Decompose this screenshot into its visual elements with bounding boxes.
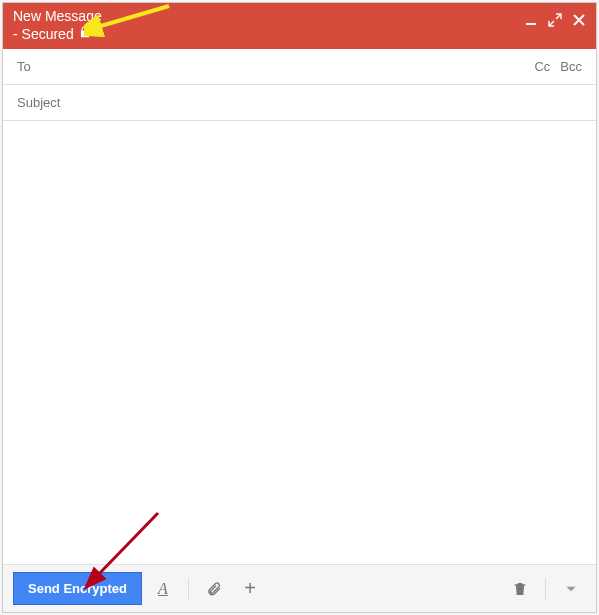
subject-row[interactable] bbox=[3, 85, 596, 121]
header-title: New Message bbox=[13, 7, 524, 25]
close-button[interactable] bbox=[572, 13, 586, 27]
to-label: To bbox=[17, 59, 77, 74]
compose-footer: Send Encrypted A + bbox=[3, 564, 596, 612]
expand-button[interactable] bbox=[548, 13, 562, 27]
cc-toggle[interactable]: Cc bbox=[534, 59, 550, 74]
minimize-button[interactable] bbox=[524, 13, 538, 27]
header-subtitle-row: - Secured bbox=[13, 25, 524, 43]
cc-bcc-toggles: Cc Bcc bbox=[534, 59, 582, 74]
compose-window: New Message - Secured T bbox=[2, 2, 597, 613]
to-row[interactable]: To Cc Bcc bbox=[3, 49, 596, 85]
send-encrypted-button[interactable]: Send Encrypted bbox=[13, 572, 142, 605]
insert-more-button[interactable]: + bbox=[235, 574, 265, 604]
paperclip-icon bbox=[206, 581, 222, 597]
to-input[interactable] bbox=[77, 59, 534, 74]
compose-header: New Message - Secured bbox=[3, 3, 596, 49]
divider bbox=[188, 578, 189, 600]
header-subtitle: - Secured bbox=[13, 25, 74, 43]
window-controls bbox=[524, 7, 586, 27]
message-body[interactable] bbox=[3, 121, 596, 564]
subject-input[interactable] bbox=[17, 95, 582, 110]
format-a-icon: A bbox=[158, 580, 168, 598]
attach-button[interactable] bbox=[199, 574, 229, 604]
lock-icon bbox=[78, 25, 92, 43]
trash-icon bbox=[512, 581, 528, 597]
caret-down-icon bbox=[563, 581, 579, 597]
bcc-toggle[interactable]: Bcc bbox=[560, 59, 582, 74]
formatting-button[interactable]: A bbox=[148, 574, 178, 604]
divider bbox=[545, 578, 546, 600]
header-text: New Message - Secured bbox=[13, 7, 524, 43]
discard-button[interactable] bbox=[505, 574, 535, 604]
more-options-button[interactable] bbox=[556, 574, 586, 604]
plus-icon: + bbox=[244, 577, 256, 600]
